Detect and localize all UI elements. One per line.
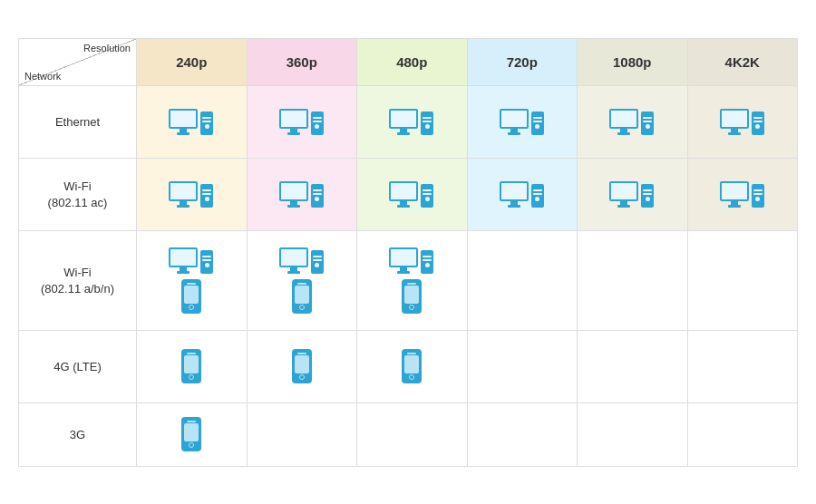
monitor-base [287, 132, 300, 135]
monitor-screen [389, 109, 418, 129]
tower-button [205, 124, 209, 129]
monitor-stand [510, 201, 518, 205]
monitor [389, 247, 418, 274]
tower-body [531, 111, 544, 135]
monitor-stand [731, 201, 738, 205]
tower-button [535, 197, 539, 201]
computer-icon [389, 247, 434, 274]
network-label-text: 3G [70, 428, 85, 441]
cell-inner [251, 92, 354, 152]
tower-disk [533, 189, 542, 191]
monitor-stand [180, 201, 187, 205]
cell-inner [581, 92, 684, 152]
monitor-base [617, 132, 630, 135]
data-cell [687, 330, 798, 402]
data-cell [578, 85, 688, 158]
tower [751, 111, 765, 135]
network-label-cell: 3G [19, 402, 137, 466]
phone-speaker [297, 353, 306, 354]
tower-disk [753, 189, 763, 191]
monitor-stand [290, 129, 297, 132]
tower-body [200, 250, 213, 274]
tower-button [646, 197, 650, 201]
computer-icon [279, 181, 325, 208]
tower-disk [533, 117, 542, 119]
tower-button [646, 124, 650, 129]
col-header-360p: 360p [247, 38, 357, 85]
tower-disk [313, 259, 322, 261]
data-cell [247, 85, 357, 158]
cell-inner [471, 164, 574, 225]
monitor-screen [279, 109, 308, 129]
chart-container: Resolution Network 240p 360p 480p 720p 1… [18, 38, 798, 467]
monitor-stand [510, 129, 518, 132]
cell-inner [361, 164, 463, 225]
computer-icon [279, 109, 325, 135]
tower-button [315, 124, 319, 129]
monitor-stand [620, 129, 627, 132]
tower-button [755, 124, 760, 129]
monitor-screen [609, 181, 638, 201]
monitor [609, 109, 638, 135]
phone-speaker [187, 421, 196, 422]
tower-button [205, 263, 209, 267]
monitor-stand [731, 129, 738, 132]
data-cell [357, 230, 468, 330]
header-diagonal: Resolution Network [19, 38, 137, 85]
monitor [169, 247, 198, 274]
data-cell [578, 402, 688, 466]
col-header-1080p: 1080p [578, 38, 688, 85]
data-cell [357, 158, 468, 230]
monitor-stand [400, 129, 407, 132]
data-cell [137, 330, 248, 402]
cell-stack [251, 237, 354, 325]
monitor-screen [169, 247, 198, 267]
monitor-stand [400, 201, 407, 205]
data-cell [137, 85, 248, 158]
tower-button [205, 197, 209, 201]
monitor-screen [389, 181, 418, 201]
monitor-base [728, 205, 741, 208]
phone-icon [181, 279, 201, 314]
monitor-stand [620, 201, 627, 205]
tower-disk [313, 256, 322, 257]
tower-body [200, 111, 213, 135]
cell-inner [141, 92, 243, 152]
phone-icon [181, 417, 201, 451]
tower [310, 250, 325, 274]
monitor-stand [180, 129, 187, 132]
phone-screen [184, 355, 199, 373]
phone-screen [404, 355, 419, 373]
computer-icon [500, 109, 545, 135]
tower-disk [423, 117, 432, 119]
computer-icon [169, 181, 214, 208]
phone-home-button [189, 305, 194, 310]
tower-body [200, 184, 213, 208]
data-cell [357, 330, 468, 402]
table-row: Ethernet [19, 85, 798, 158]
data-cell [467, 330, 578, 402]
tower-button [425, 263, 430, 267]
tower [640, 111, 655, 135]
table-row: 4G (LTE) [19, 330, 798, 402]
monitor-base [397, 205, 410, 208]
tower-body [641, 111, 654, 135]
data-cell [137, 230, 248, 330]
monitor-base [397, 132, 410, 135]
data-cell [467, 158, 578, 230]
network-label-text: 4G (LTE) [53, 360, 102, 373]
tower-disk [753, 193, 763, 195]
monitor-stand [290, 267, 297, 271]
tower [420, 250, 434, 274]
tower-disk [533, 193, 542, 195]
data-cell [467, 85, 578, 158]
data-cell [247, 402, 357, 466]
tower-disk [643, 121, 652, 122]
data-cell [578, 230, 688, 330]
tower-body [421, 184, 433, 208]
tower-body [752, 184, 764, 208]
monitor-screen [500, 181, 529, 201]
phone-screen [295, 286, 309, 304]
network-label-cell: Wi-Fi (802.11 ac) [19, 158, 137, 230]
monitor-base [397, 271, 410, 274]
